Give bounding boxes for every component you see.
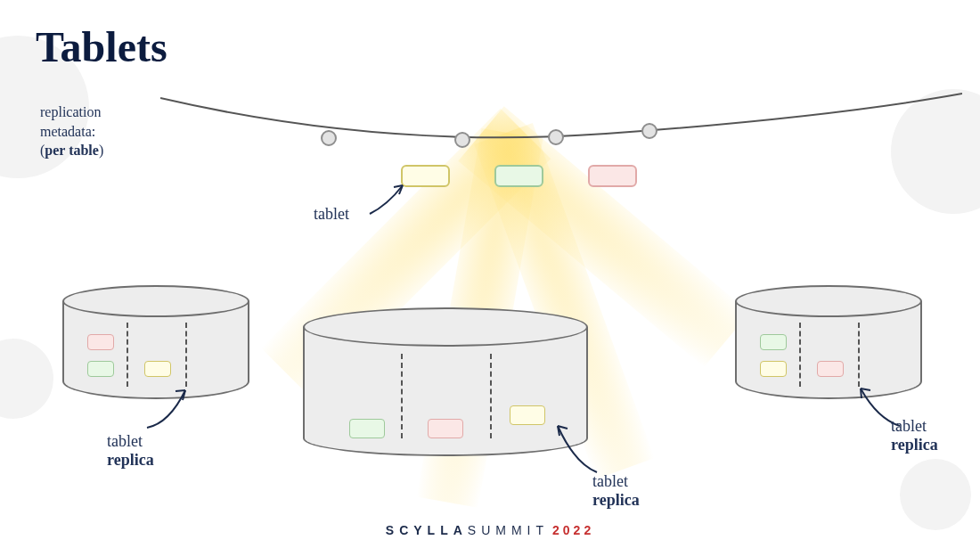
replica-box-yellow (144, 361, 171, 377)
footer-year: 2022 (552, 523, 594, 537)
slide-stage: Tablets replication metadata: (per table… (0, 0, 980, 548)
ring-node (548, 129, 564, 145)
replica-line2: replica (891, 436, 938, 454)
replica-box-pink (428, 419, 463, 438)
replica-label-right: tablet replica (891, 417, 938, 454)
tablet-label: tablet (314, 205, 349, 224)
metadata-label: replication metadata: (per table) (40, 102, 103, 160)
arrow-icon (365, 178, 419, 223)
meta-line2: metadata: (40, 124, 95, 139)
page-title: Tablets (36, 22, 167, 71)
ring-node (641, 123, 657, 139)
footer-brand-a: SCYLLA (386, 523, 468, 537)
replica-box-yellow (760, 361, 787, 377)
meta-line3-bold: per table (45, 143, 99, 158)
ring-node (321, 130, 337, 146)
tablet-pink (588, 165, 637, 187)
replica-line2: replica (107, 451, 154, 469)
cylinder-mid (303, 307, 588, 459)
replica-box-green (87, 361, 114, 377)
footer: SCYLLASUMMIT2022 (0, 523, 980, 537)
ring-line (160, 89, 962, 160)
replica-line2: replica (592, 491, 640, 509)
replica-box-pink (817, 361, 844, 377)
replica-box-green (349, 419, 385, 438)
replica-label-left: tablet replica (107, 432, 154, 470)
meta-line3-post: ) (99, 143, 103, 158)
replica-box-pink (87, 334, 114, 350)
arrow-icon (143, 383, 205, 437)
replica-line1: tablet (107, 432, 143, 450)
meta-line1: replication (40, 104, 101, 119)
replica-box-green (760, 334, 787, 350)
bg-blob (0, 339, 53, 419)
footer-brand-b: SUMMIT (468, 523, 549, 537)
replica-box-yellow (510, 405, 545, 425)
bg-blob (900, 459, 971, 530)
replica-label-mid: tablet replica (592, 472, 640, 510)
ring-node (454, 132, 470, 148)
tablet-green (494, 165, 543, 187)
replica-line1: tablet (592, 472, 628, 490)
replica-line1: tablet (891, 417, 927, 435)
